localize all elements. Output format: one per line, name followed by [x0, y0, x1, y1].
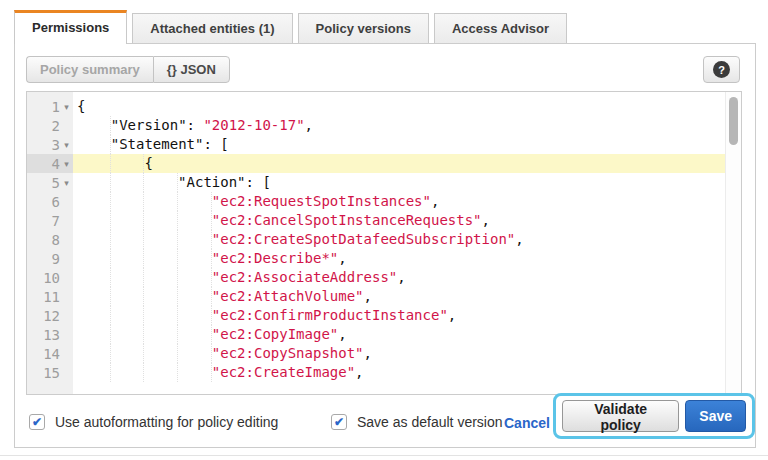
scrollbar-thumb[interactable]	[729, 97, 738, 145]
indent-guide	[144, 306, 178, 325]
code-token: ,	[364, 345, 372, 361]
indent-guide	[111, 363, 145, 382]
indent-guide	[144, 363, 178, 382]
line-number: 1	[27, 99, 60, 115]
fold-arrow-icon[interactable]: ▾	[60, 140, 73, 150]
tab-permissions[interactable]: Permissions	[14, 10, 127, 44]
tab-access-advisor[interactable]: Access Advisor	[434, 13, 567, 43]
tab-bar: PermissionsAttached entities (1)Policy v…	[14, 10, 567, 44]
line-number: 9	[27, 251, 60, 267]
code-line-2[interactable]: "Version": "2012-10-17",	[73, 116, 725, 135]
fold-arrow-icon[interactable]: ▾	[60, 102, 73, 112]
help-button[interactable]: ?	[703, 56, 740, 83]
line-number: 14	[27, 346, 60, 362]
line-number: 11	[27, 289, 60, 305]
indent-guide	[77, 249, 111, 268]
gutter-line-3: 3▾	[27, 135, 73, 154]
code-token-string: "ec2:AttachVolume"	[212, 288, 364, 304]
code-token-string: "ec2:ConfirmProductInstance"	[212, 307, 448, 323]
indent-guide	[178, 249, 212, 268]
code-token-string: "2012-10-17"	[203, 117, 304, 133]
code-line-8[interactable]: "ec2:CreateSpotDatafeedSubscription",	[73, 230, 725, 249]
code-line-7[interactable]: "ec2:CancelSpotInstanceRequests",	[73, 211, 725, 230]
indent-guide	[77, 344, 111, 363]
line-number: 13	[27, 327, 60, 343]
autoformat-option: Use autoformatting for policy editing	[29, 414, 278, 430]
code-line-11[interactable]: "ec2:AttachVolume",	[73, 287, 725, 306]
line-number: 2	[27, 118, 60, 134]
autoformat-checkbox[interactable]	[29, 414, 45, 430]
indent-guide	[77, 363, 111, 382]
code-token-string: "ec2:CreateSpotDatafeedSubscription"	[212, 231, 515, 247]
code-token-string: "ec2:CreateImage"	[212, 364, 355, 380]
fold-arrow-icon[interactable]: ▾	[60, 159, 73, 169]
save-button[interactable]: Save	[685, 400, 746, 432]
code-line-1[interactable]: {	[73, 97, 725, 116]
gutter-line-7: 7	[27, 211, 73, 230]
code-token-string: "ec2:RequestSpotInstances"	[212, 193, 431, 209]
line-number: 10	[27, 270, 60, 286]
indent-guide	[111, 344, 145, 363]
indent-guide	[77, 211, 111, 230]
editor-code-area[interactable]: {"Version": "2012-10-17","Statement": [{…	[73, 92, 725, 394]
question-mark-icon: ?	[713, 61, 730, 78]
gutter-line-5: 5▾	[27, 173, 73, 192]
code-line-6[interactable]: "ec2:RequestSpotInstances",	[73, 192, 725, 211]
default-version-checkbox[interactable]	[331, 414, 347, 430]
code-line-3[interactable]: "Statement": [	[73, 135, 725, 154]
code-line-10[interactable]: "ec2:AssociateAddress",	[73, 268, 725, 287]
highlight-ring: Validate policy Save	[553, 393, 755, 439]
default-version-label: Save as default version	[357, 414, 503, 430]
iam-policy-editor: PermissionsAttached entities (1)Policy v…	[0, 0, 768, 460]
line-number: 8	[27, 232, 60, 248]
indent-guide	[144, 287, 178, 306]
validate-policy-button[interactable]: Validate policy	[562, 400, 679, 432]
indent-guide	[111, 287, 145, 306]
indent-guide	[111, 154, 145, 173]
indent-guide	[144, 268, 178, 287]
code-token: ,	[338, 326, 346, 342]
indent-guide	[111, 230, 145, 249]
code-line-9[interactable]: "ec2:Describe*",	[73, 249, 725, 268]
indent-guide	[144, 192, 178, 211]
json-button[interactable]: {} JSON	[153, 56, 230, 83]
code-token-string: "ec2:CancelSpotInstanceRequests"	[212, 212, 482, 228]
code-token: ,	[364, 288, 372, 304]
tab-policy-versions[interactable]: Policy versions	[298, 13, 429, 43]
code-line-5[interactable]: "Action": [	[73, 173, 725, 192]
indent-guide	[111, 173, 145, 192]
editor-gutter: 1▾23▾4▾5▾6789101112131415	[27, 92, 73, 394]
code-line-4[interactable]: {	[73, 154, 725, 173]
fold-arrow-icon[interactable]: ▾	[60, 178, 73, 188]
indent-guide	[111, 211, 145, 230]
code-line-14[interactable]: "ec2:CopySnapshot",	[73, 344, 725, 363]
code-token: ,	[397, 269, 405, 285]
code-line-15[interactable]: "ec2:CreateImage",	[73, 363, 725, 382]
gutter-line-8: 8	[27, 230, 73, 249]
indent-guide	[77, 173, 111, 192]
indent-guide	[178, 325, 212, 344]
code-line-12[interactable]: "ec2:ConfirmProductInstance",	[73, 306, 725, 325]
indent-guide	[77, 154, 111, 173]
tab-attached-entities-1[interactable]: Attached entities (1)	[132, 13, 292, 43]
code-token: {	[144, 155, 152, 171]
code-token-string: "ec2:Describe*"	[212, 250, 338, 266]
code-line-13[interactable]: "ec2:CopyImage",	[73, 325, 725, 344]
editor-scrollbar[interactable]	[725, 92, 741, 394]
gutter-line-4: 4▾	[27, 154, 73, 173]
indent-guide	[111, 192, 145, 211]
indent-guide	[77, 268, 111, 287]
line-number: 6	[27, 194, 60, 210]
page-bottom-divider	[0, 455, 768, 456]
code-token: ,	[515, 231, 523, 247]
line-number: 4	[27, 156, 60, 172]
policy-summary-button[interactable]: Policy summary	[26, 56, 153, 83]
gutter-line-12: 12	[27, 306, 73, 325]
indent-guide	[77, 306, 111, 325]
json-code-editor[interactable]: 1▾23▾4▾5▾6789101112131415 {"Version": "2…	[26, 91, 742, 395]
indent-guide	[111, 268, 145, 287]
permissions-panel: Policy summary {} JSON ? 1▾23▾4▾5▾678910…	[14, 43, 756, 448]
cancel-link[interactable]: Cancel	[504, 415, 550, 431]
gutter-line-13: 13	[27, 325, 73, 344]
indent-guide	[178, 344, 212, 363]
